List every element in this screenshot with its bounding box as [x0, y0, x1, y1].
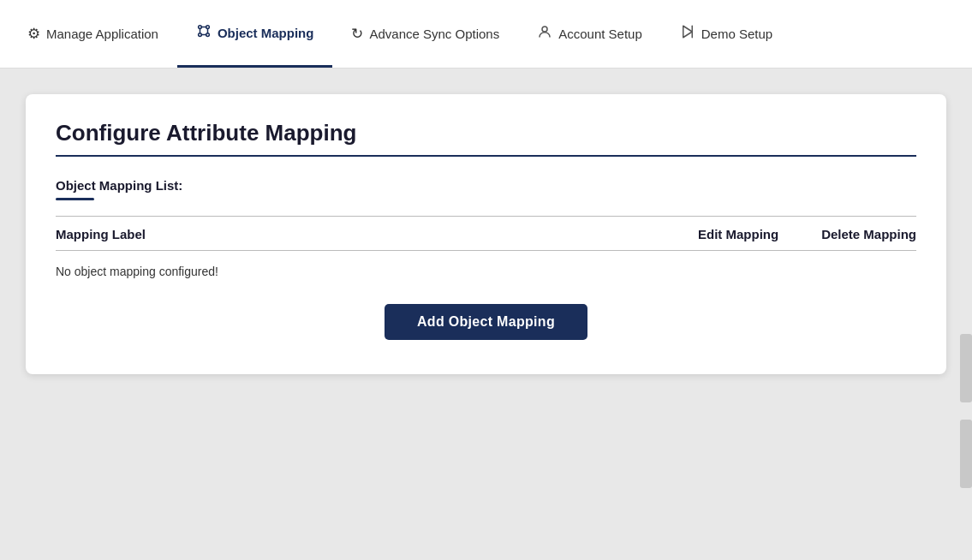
nav-label-manage-application: Manage Application	[46, 27, 158, 41]
table-header-actions: Edit Mapping Delete Mapping	[698, 227, 916, 241]
card-title: Configure Attribute Mapping	[56, 120, 916, 146]
scrollbar-indicator-2[interactable]	[960, 420, 972, 488]
demo-icon	[680, 24, 695, 44]
column-header-mapping-label: Mapping Label	[56, 227, 146, 241]
svg-marker-9	[683, 26, 693, 38]
nav-label-account-setup: Account Setup	[558, 27, 642, 41]
column-header-edit-mapping: Edit Mapping	[698, 227, 778, 241]
nav-item-account-setup[interactable]: Account Setup	[518, 0, 661, 68]
nav-item-advance-sync-options[interactable]: ↻ Advance Sync Options	[332, 0, 518, 68]
object-mapping-icon	[196, 23, 212, 43]
nav-label-demo-setup: Demo Setup	[701, 27, 772, 41]
nav-item-manage-application[interactable]: ⚙ Manage Application	[9, 0, 177, 68]
svg-point-8	[542, 27, 547, 32]
main-content: Configure Attribute Mapping Object Mappi…	[0, 69, 972, 400]
configure-attribute-mapping-card: Configure Attribute Mapping Object Mappi…	[26, 94, 946, 374]
add-object-mapping-button[interactable]: Add Object Mapping	[385, 304, 587, 340]
nav-item-demo-setup[interactable]: Demo Setup	[661, 0, 791, 68]
scrollbar-indicator-1[interactable]	[960, 334, 972, 402]
top-navigation: ⚙ Manage Application Object Mapping ↻ Ad…	[0, 0, 972, 69]
nav-label-advance-sync-options: Advance Sync Options	[369, 27, 499, 41]
account-icon	[537, 24, 552, 44]
section-label-underline	[56, 198, 94, 200]
column-header-delete-mapping: Delete Mapping	[821, 227, 916, 241]
card-title-divider	[56, 155, 916, 157]
empty-state-message: No object mapping configured!	[56, 251, 916, 295]
nav-label-object-mapping: Object Mapping	[218, 26, 314, 40]
table-header: Mapping Label Edit Mapping Delete Mappin…	[56, 217, 916, 251]
gear-icon: ⚙	[27, 25, 40, 43]
sync-icon: ↻	[351, 25, 363, 43]
nav-item-object-mapping[interactable]: Object Mapping	[177, 0, 333, 68]
empty-message-text: No object mapping configured!	[56, 265, 218, 278]
section-label: Object Mapping List:	[56, 178, 916, 193]
